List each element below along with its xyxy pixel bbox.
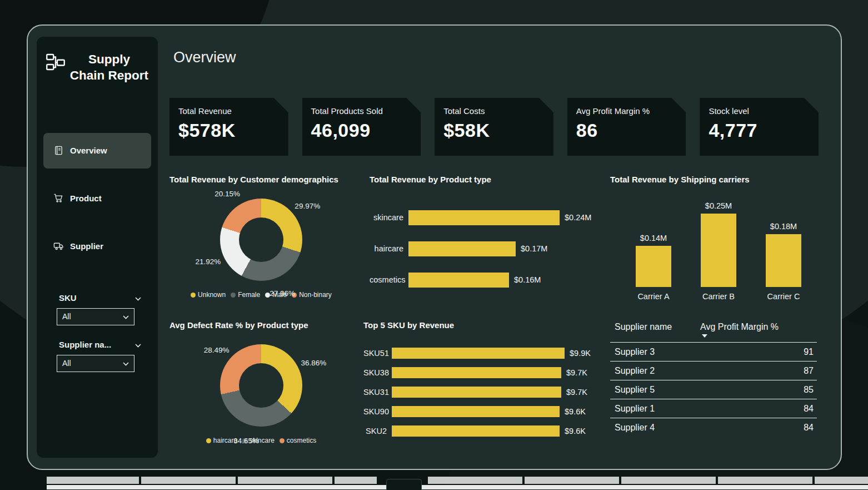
donut-hole (239, 217, 283, 262)
supplier-name-dropdown[interactable]: All (57, 355, 134, 372)
value-label: $9.6K (565, 407, 586, 416)
chart-revenue-by-shipping-carriers: Total Revenue by Shipping carriers $0.14… (608, 174, 819, 320)
category-label: SKU90 (363, 407, 392, 416)
background-sheet-cells (47, 477, 868, 484)
bar[interactable] (701, 214, 736, 287)
bar[interactable] (392, 387, 561, 398)
legend-label: Unknown (198, 291, 226, 299)
bar[interactable] (392, 425, 560, 437)
category-label: cosmetics (370, 275, 408, 284)
column-header-supplier-name[interactable]: Supplier name (615, 322, 700, 332)
chart-legend: UnknownFemaleMaleNon-binary (169, 291, 353, 299)
sidebar: Supply Chain Report OverviewProductSuppl… (37, 37, 158, 458)
bar-row: SKU38$9.7K (363, 363, 603, 382)
table-row[interactable]: Supplier 391 (610, 342, 817, 361)
table-row[interactable]: Supplier 484 (610, 418, 817, 437)
bar[interactable] (408, 241, 516, 256)
value-label: $0.14M (640, 234, 667, 242)
sidebar-item-overview[interactable]: Overview (43, 133, 151, 169)
legend-label: Non-binary (299, 291, 332, 299)
legend-label: cosmetics (287, 437, 316, 444)
category-label: haircare (370, 244, 408, 253)
report-title: Supply Chain Report (69, 51, 149, 84)
kpi-card[interactable]: Total Revenue$578K (169, 98, 288, 156)
kpi-card[interactable]: Total Costs$58K (435, 98, 553, 156)
table-row[interactable]: Supplier 184 (610, 399, 817, 418)
supplier-table: Supplier nameAvg Profit Margin %Supplier… (610, 321, 817, 437)
sidebar-item-product[interactable]: Product (43, 181, 151, 216)
legend-dot-icon (280, 438, 285, 443)
legend-item[interactable]: cosmetics (280, 437, 316, 444)
supplier-name-cell: Supplier 5 (615, 385, 700, 395)
data-label: 27.96% (270, 289, 295, 297)
filter-label: SKU (59, 293, 77, 303)
value-label: $0.18M (770, 222, 797, 231)
chart-title: Avg Defect Rate % by Product type (169, 320, 353, 331)
filter-pane: SKUAllSupplier na...All (43, 293, 151, 387)
profit-margin-cell: 84 (700, 404, 814, 414)
column-header-avg-profit-margin[interactable]: Avg Profit Margin % (700, 322, 814, 338)
chart-title: Total Revenue by Product type (370, 174, 603, 185)
kpi-label: Avg Profit Margin % (576, 106, 677, 116)
kpi-card[interactable]: Total Products Sold46,099 (302, 98, 421, 156)
chart-top5-sku-by-revenue: Top 5 SKU by Revenue SKU51$9.9KSKU38$9.7… (358, 320, 603, 444)
truck-icon (53, 241, 64, 251)
value-label: $9.9K (570, 349, 591, 358)
bar[interactable] (408, 273, 509, 288)
value-label: $0.17M (521, 244, 547, 253)
table-row[interactable]: Supplier 287 (610, 361, 817, 380)
table-row[interactable]: Supplier 585 (610, 380, 817, 399)
bar[interactable] (392, 406, 560, 417)
collapse-chevron-icon[interactable] (135, 293, 141, 303)
bar[interactable] (408, 210, 560, 225)
filter-label: Supplier na... (59, 340, 111, 349)
data-label: 20.15% (214, 189, 240, 197)
kpi-label: Stock level (709, 106, 810, 116)
bar[interactable] (392, 348, 565, 359)
supplier-name-cell: Supplier 3 (615, 347, 700, 357)
background-sheet-tab (386, 479, 422, 490)
category-label: SKU2 (363, 427, 392, 435)
filter-header: SKU (57, 293, 141, 303)
kpi-value: $58K (443, 120, 545, 141)
bar[interactable] (392, 367, 561, 378)
bar-plot: skincare$0.24Mhaircare$0.17Mcosmetics$0.… (370, 202, 603, 295)
filter-sku: SKUAll (57, 293, 151, 325)
bar[interactable] (636, 246, 671, 287)
legend-item[interactable]: haircare (206, 437, 237, 444)
supplier-name-cell: Supplier 2 (615, 366, 700, 376)
sku-dropdown[interactable]: All (57, 308, 134, 325)
legend-dot-icon (206, 438, 211, 443)
bar-row: haircare$0.17M (370, 233, 603, 264)
bar[interactable] (766, 234, 801, 287)
column-group: $0.25M (701, 201, 736, 287)
value-label: $9.6K (565, 427, 586, 435)
legend-item[interactable]: Female (231, 291, 260, 299)
legend-item[interactable]: Unknown (191, 291, 226, 299)
chart-legend: haircareskincarecosmetics (169, 437, 353, 444)
profit-margin-cell: 84 (700, 423, 814, 433)
legend-item[interactable]: Non-binary (292, 291, 332, 299)
nav-menu: OverviewProductSupplier (43, 133, 151, 276)
data-label: 29.97% (295, 202, 320, 210)
sidebar-item-label: Overview (70, 146, 107, 155)
supplier-name-cell: Supplier 4 (615, 423, 700, 433)
profit-margin-cell: 91 (700, 347, 814, 357)
column-axis-labels: Carrier ACarrier BCarrier C (610, 292, 819, 301)
kpi-card[interactable]: Stock level4,777 (700, 98, 819, 156)
column-plot: $0.14M$0.25M$0.18M (610, 195, 819, 287)
donut-hole (239, 363, 283, 408)
category-label: SKU31 (363, 388, 392, 397)
report-page: Supply Chain Report OverviewProductSuppl… (27, 24, 842, 470)
collapse-chevron-icon[interactable] (135, 340, 141, 349)
bar-row: skincare$0.24M (370, 202, 603, 233)
category-label: skincare (370, 213, 408, 222)
org-chart-logo-icon (46, 53, 66, 73)
chevron-down-icon (123, 359, 129, 368)
value-label: $9.7K (566, 388, 587, 397)
chart-revenue-by-demographics: Total Revenue by Customer demographics 2… (169, 174, 353, 320)
chart-title: Total Revenue by Shipping carriers (610, 174, 819, 185)
kpi-card[interactable]: Avg Profit Margin %86 (567, 98, 686, 156)
filter-header: Supplier na... (57, 340, 141, 349)
sidebar-item-supplier[interactable]: Supplier (43, 229, 151, 264)
